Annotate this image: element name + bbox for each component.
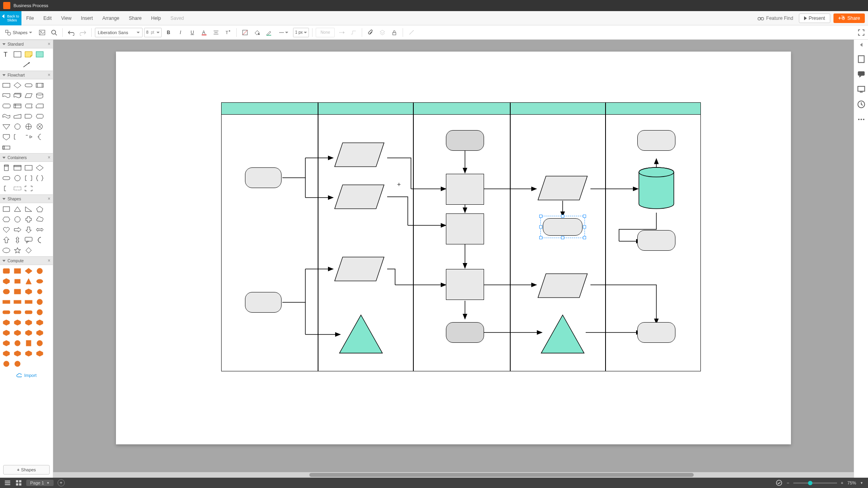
compute-shape[interactable]	[2, 339, 11, 348]
compute-shape[interactable]	[13, 339, 22, 348]
fc-transfer[interactable]	[24, 133, 33, 141]
terminator-shape[interactable]	[446, 322, 484, 343]
fc-merge[interactable]	[2, 122, 11, 131]
font-size-select[interactable]: 8 pt	[144, 28, 162, 37]
compute-shape[interactable]	[13, 359, 22, 368]
compute-shape[interactable]	[35, 267, 44, 275]
compute-shape[interactable]	[35, 329, 44, 337]
menu-insert[interactable]: Insert	[76, 15, 98, 21]
block-tool[interactable]	[35, 50, 44, 59]
compute-shape[interactable]	[24, 349, 33, 358]
terminator-shape[interactable]	[245, 292, 282, 313]
compute-shape[interactable]	[24, 318, 33, 327]
presentation-button[interactable]	[857, 85, 866, 94]
text-tool[interactable]: T	[2, 50, 11, 59]
terminator-shape[interactable]	[637, 130, 675, 151]
sh-arrow-d[interactable]	[24, 225, 33, 234]
triangle-shape[interactable]	[339, 314, 383, 354]
compute-shape[interactable]	[24, 277, 33, 286]
list-view-button[interactable]	[4, 479, 11, 486]
cont-brackets[interactable]	[24, 174, 33, 183]
fc-database[interactable]	[35, 91, 44, 100]
arrow-style-button[interactable]	[336, 27, 347, 38]
line-width-select[interactable]: 1 px	[293, 28, 309, 37]
back-to-slides-button[interactable]: Back to Slides	[0, 11, 21, 25]
canvas-page[interactable]: +	[116, 52, 791, 444]
menu-help[interactable]: Help	[147, 15, 166, 21]
sh-cross[interactable]	[24, 215, 33, 224]
undo-button[interactable]	[66, 27, 76, 38]
compute-shape[interactable]	[35, 298, 44, 306]
cont-diamond[interactable]	[35, 163, 44, 172]
line-style-button[interactable]	[276, 27, 291, 38]
fc-stored[interactable]	[24, 102, 33, 110]
compute-shape[interactable]	[13, 298, 22, 306]
swimlane-header[interactable]	[318, 103, 413, 115]
menu-file[interactable]: File	[21, 15, 39, 21]
grid-view-button[interactable]	[15, 479, 22, 486]
compute-shape[interactable]	[35, 308, 44, 317]
sh-pentagon[interactable]	[35, 205, 44, 213]
compute-shape[interactable]	[2, 349, 11, 358]
history-button[interactable]	[857, 100, 866, 109]
database-shape[interactable]	[638, 167, 675, 209]
attachment-button[interactable]	[365, 27, 376, 38]
fc-multidoc[interactable]	[13, 91, 22, 100]
fc-offpage[interactable]	[2, 133, 11, 141]
fc-terminator[interactable]	[24, 81, 33, 90]
compute-shape[interactable]	[35, 277, 44, 286]
compute-shape[interactable]	[13, 267, 22, 275]
triangle-shape[interactable]	[540, 314, 585, 354]
fill-color-button[interactable]	[252, 27, 262, 38]
cont-circle[interactable]	[13, 174, 22, 183]
sh-right-tri[interactable]	[24, 205, 33, 213]
compute-shape[interactable]	[2, 298, 11, 306]
fullscreen-button[interactable]	[856, 27, 866, 38]
fc-swimlane[interactable]	[2, 143, 11, 152]
swimlane-header[interactable]	[414, 103, 510, 115]
fc-delay[interactable]	[24, 112, 33, 121]
compute-shape[interactable]	[24, 339, 33, 348]
fc-brace[interactable]	[35, 133, 44, 141]
terminator-shape[interactable]	[637, 322, 675, 343]
compute-shape[interactable]	[35, 349, 44, 358]
font-family-select[interactable]: Liberation Sans	[95, 28, 143, 37]
swimlane-header[interactable]	[511, 103, 605, 115]
sh-diamond[interactable]	[24, 246, 33, 255]
shapes-picker-button[interactable]: Shapes	[2, 27, 35, 38]
compute-shape[interactable]	[13, 318, 22, 327]
add-page-button[interactable]: +	[58, 479, 65, 486]
border-color-button[interactable]	[264, 27, 274, 38]
cont-braces[interactable]	[35, 174, 44, 183]
feature-find-button[interactable]: Feature Find	[752, 15, 799, 21]
redo-button[interactable]	[78, 27, 88, 38]
compute-shape[interactable]	[13, 349, 22, 358]
compute-shape[interactable]	[2, 267, 11, 275]
close-icon[interactable]: ×	[48, 41, 50, 47]
text-color-button[interactable]: A	[199, 27, 209, 38]
sh-callout[interactable]	[24, 236, 33, 244]
line-start-select[interactable]: None	[316, 28, 335, 37]
zoom-in-button[interactable]: +	[841, 480, 843, 485]
cont-rect-head[interactable]	[13, 163, 22, 172]
present-button[interactable]: Present	[799, 13, 830, 23]
cont-dashed[interactable]	[13, 184, 22, 193]
underline-button[interactable]: U	[187, 27, 197, 38]
compute-shape[interactable]	[2, 287, 11, 296]
menu-share[interactable]: Share	[124, 15, 147, 21]
compute-shape[interactable]	[13, 287, 22, 296]
process-shape[interactable]	[446, 269, 484, 300]
insert-image-button[interactable]	[37, 27, 47, 38]
zoom-value[interactable]: 75%	[847, 480, 856, 485]
fc-process[interactable]	[2, 81, 11, 90]
page-tab[interactable]: Page 1 ▼	[26, 480, 54, 486]
compute-shape[interactable]	[2, 359, 11, 368]
text-block-tool[interactable]	[13, 50, 22, 59]
page-properties-button[interactable]	[857, 55, 866, 63]
palette-section-compute[interactable]: Compute ×	[0, 256, 53, 265]
sh-arrow-lr[interactable]	[35, 225, 44, 234]
sh-arrow-ud[interactable]	[13, 236, 22, 244]
fc-data[interactable]	[24, 91, 33, 100]
compute-shape[interactable]	[24, 308, 33, 317]
sh-cloud[interactable]	[35, 215, 44, 224]
